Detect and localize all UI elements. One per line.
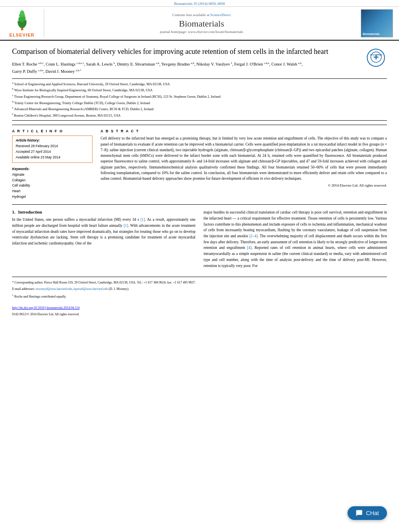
available-date: Available online 23 May 2014 — [16, 155, 89, 160]
affiliation-a: a School of Engineering and Applied Scie… — [12, 81, 387, 87]
keyword-cell-viability: Cell viability — [12, 183, 93, 189]
science-direct-line: Contents lists available at ScienceDirec… — [173, 13, 231, 17]
crossmark-icon: CrossMark — [370, 51, 382, 63]
abstract-body: Cell delivery to the infarcted heart has… — [101, 136, 387, 181]
intro-text-left: In the United States, one person suffers… — [12, 217, 195, 246]
keyword-alginate: Alginate — [12, 172, 93, 178]
authors-line: Ellen T. Roche a,b,1, Conn L. Hastings c… — [12, 61, 387, 75]
email-link-1[interactable]: mooneyd@seas.harvard.edu — [36, 287, 72, 291]
article-info-header: A R T I C L E I N F O — [12, 129, 93, 133]
svg-point-6 — [19, 16, 20, 17]
journal-center-info: Contents lists available at ScienceDirec… — [48, 9, 355, 37]
biomaterials-logo-box: Biomaterials — [359, 9, 395, 37]
abstract-column: A B S T R A C T Cell delivery to the inf… — [101, 129, 387, 199]
affiliation-e: e Advanced Materials and Bioengineering … — [12, 106, 387, 112]
ref-4-link[interactable]: [4] — [247, 246, 251, 250]
affiliation-f: f Boston Children's Hospital, 300 Longwo… — [12, 112, 387, 118]
affiliation-c: c Tissue Engineering Research Group, Dep… — [12, 93, 387, 99]
affiliations-section: a School of Engineering and Applied Scie… — [12, 78, 387, 121]
svg-point-4 — [18, 20, 19, 21]
corresponding-note: * Corresponding author. Pierce Hall Room… — [12, 280, 387, 286]
article-info-abstract-section: A R T I C L E I N F O Article history: R… — [12, 125, 387, 199]
copyright-line: © 2014 Elsevier Ltd. All rights reserved… — [101, 183, 387, 187]
email-note: E-mail addresses: mooneyd@seas.harvard.e… — [12, 287, 387, 292]
crossmark-badge: CrossMark — [365, 47, 387, 69]
issn-line: 0142-9612/© 2014 Elsevier Ltd. All right… — [12, 312, 387, 317]
article-history-label: Article history: — [16, 138, 89, 142]
article-content: Comparison of biomaterial delivery vehic… — [0, 41, 399, 325]
chat-button[interactable]: CHat — [348, 506, 387, 520]
journal-header: ELSEVIER Contents lists available at Sci… — [0, 7, 399, 41]
svg-point-3 — [20, 10, 24, 17]
biomaterials-logo-image: Biomaterials — [361, 9, 393, 37]
ref-1-link[interactable]: [1] — [140, 218, 145, 222]
science-direct-link[interactable]: ScienceDirect — [210, 13, 230, 17]
keyword-hydrogel: Hydrogel — [12, 194, 93, 200]
journal-citation-bar: Biomaterials 35 (2014) 6850–6858 — [0, 0, 399, 7]
body-right-column: major hurdles in successful clinical tra… — [204, 210, 387, 269]
ref-1b-link[interactable]: [1] — [123, 224, 128, 228]
accepted-date: Accepted 27 April 2014 — [16, 149, 89, 155]
affiliation-d: d Trinity Centre for Bioengineering, Tri… — [12, 100, 387, 106]
crossmark-circle: CrossMark — [367, 49, 385, 67]
biomaterials-logo-text: Biomaterials — [363, 33, 380, 35]
affiliation-b: b Wyss Institute for Biologically Inspir… — [12, 87, 387, 93]
keywords-label: Keywords: — [12, 167, 93, 171]
intro-title: 1. 1. IntroductionIntroduction — [12, 210, 195, 214]
doi-link[interactable]: http://dx.doi.org/10.1016/j.biomaterials… — [12, 306, 80, 310]
svg-point-7 — [24, 15, 25, 16]
article-footer: * Corresponding author. Pierce Hall Room… — [12, 277, 387, 317]
keyword-heart: Heart — [12, 189, 93, 194]
journal-citation: Biomaterials 35 (2014) 6850–6858 — [174, 2, 225, 6]
doi-line: http://dx.doi.org/10.1016/j.biomaterials… — [12, 306, 387, 311]
journal-homepage: journal homepage: www.elsevier.com/locat… — [160, 30, 243, 34]
elsevier-logo: ELSEVIER — [4, 9, 44, 37]
received-date: Received 28 February 2014 — [16, 144, 89, 149]
ref-2-4-link[interactable]: [2–4] — [249, 234, 258, 238]
footnote-1: 1 Roche and Hastings contributed equally… — [12, 293, 387, 299]
email-link-2[interactable]: kparodi@seas.harvard.edu — [74, 287, 108, 291]
article-info-column: A R T I C L E I N F O Article history: R… — [12, 129, 93, 199]
intro-text-right: major hurdles in successful clinical tra… — [204, 210, 387, 269]
abstract-header: A B S T R A C T — [101, 129, 387, 133]
article-title: Comparison of biomaterial delivery vehic… — [12, 47, 387, 57]
elsevier-tree-icon — [10, 9, 34, 31]
elsevier-text: ELSEVIER — [9, 33, 34, 37]
chat-button-label: CHat — [366, 510, 379, 516]
chat-bubble-icon — [356, 509, 363, 517]
keyword-collagen: Collagen — [12, 178, 93, 183]
body-left-column: 1. 1. IntroductionIntroduction In the Un… — [12, 210, 195, 269]
keywords-box: Keywords: Alginate Collagen Cell viabili… — [12, 167, 93, 199]
journal-title: Biomaterials — [179, 18, 224, 29]
svg-point-5 — [25, 19, 27, 21]
article-body-section: 1. 1. IntroductionIntroduction In the Un… — [12, 204, 387, 269]
article-history-box: Article history: Received 28 February 20… — [12, 136, 93, 163]
